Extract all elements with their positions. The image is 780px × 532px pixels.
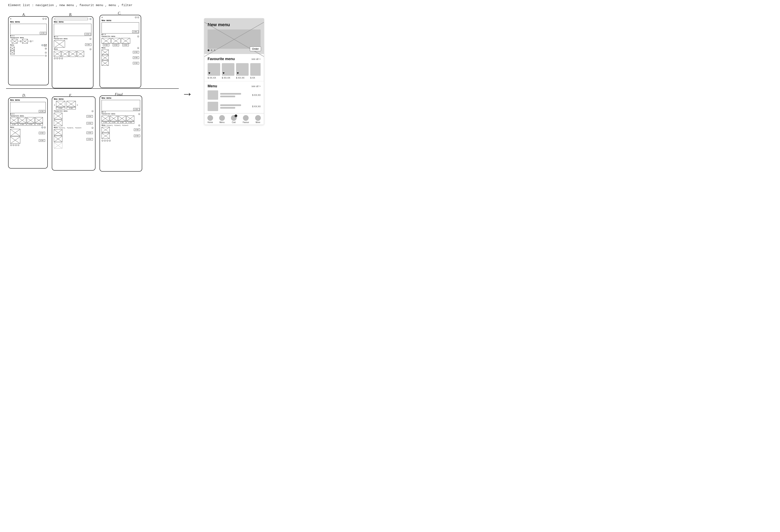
menu-title: Menu bbox=[208, 84, 217, 88]
fav-see-all[interactable]: see all > bbox=[251, 58, 260, 60]
more-icon bbox=[255, 115, 261, 121]
nav-more[interactable]: More bbox=[255, 115, 261, 123]
heart-icon-3[interactable]: ♥ bbox=[237, 71, 239, 75]
new-menu-image bbox=[208, 30, 260, 49]
nav-menu[interactable]: Menu bbox=[219, 115, 225, 123]
fav-item-4-price: $ XX bbox=[250, 76, 255, 79]
menu-item-1-image bbox=[208, 90, 218, 100]
nav-favour-label: Favour bbox=[243, 121, 249, 123]
variant-label-e: E. bbox=[69, 93, 72, 98]
fav-item-2-image: ♥ bbox=[222, 63, 234, 76]
menu-list: $ XX.XX $ XX.XX bbox=[208, 90, 260, 111]
arrow-icon: → bbox=[182, 87, 193, 100]
menu-header: Menu see all > bbox=[208, 84, 260, 88]
favour-icon bbox=[243, 115, 249, 121]
sketch-e: New menu < order order > Favourite menu … bbox=[52, 97, 95, 170]
nav-home[interactable]: Home bbox=[207, 115, 213, 123]
menu-line-2b bbox=[220, 107, 235, 109]
sketch-final: New menu order Favourite menu ✕ order bbox=[100, 96, 142, 172]
variant-label-a: A. bbox=[22, 13, 26, 17]
variant-label-d: D. bbox=[22, 93, 26, 98]
new-menu-title: New menu bbox=[208, 22, 260, 28]
menu-item-1-lines bbox=[220, 93, 250, 97]
fav-item-1[interactable]: ♥ $ XX.XX bbox=[208, 63, 220, 79]
nav-favour[interactable]: Favour bbox=[243, 115, 249, 123]
nav-more-label: More bbox=[256, 121, 260, 123]
sketch-b: 🔍 New menu order Favourite menu ✕ order bbox=[52, 16, 93, 88]
sketch-a-new-menu-label: New menu bbox=[10, 21, 47, 23]
menu-item-2-price: $ XX.XX bbox=[252, 105, 260, 108]
dot-2[interactable] bbox=[211, 49, 212, 51]
dot-3[interactable] bbox=[214, 49, 215, 51]
cart-badge: 1 bbox=[235, 114, 237, 117]
carousel-dots bbox=[208, 49, 215, 51]
fav-item-4-image bbox=[250, 63, 260, 76]
nav-home-label: Home bbox=[208, 121, 213, 123]
variant-label-b: B. bbox=[69, 13, 72, 17]
new-menu-section: New menu Order bbox=[204, 18, 264, 54]
fav-menu-title: Favourite menu bbox=[208, 57, 235, 61]
menu-section: Menu see all > $ XX.XX $ XX.XX bbox=[204, 81, 264, 113]
fav-items-row: ♥ $ XX.XX ♥ $ XX.XX ♥ $ XX.XX $ XX bbox=[208, 63, 260, 79]
heart-icon-2[interactable]: ♥ bbox=[223, 71, 225, 75]
image-placeholder-cross bbox=[208, 30, 260, 49]
menu-line-1b bbox=[220, 96, 235, 97]
sketch-c: ≡ ✕ ✕ New menu order Favourite menu ✕ bbox=[100, 15, 141, 88]
fav-item-2-price: $ XX.XX bbox=[222, 76, 230, 79]
fav-item-1-price: $ XX.XX bbox=[208, 76, 216, 79]
menu-icon bbox=[219, 115, 225, 121]
sketch-a: ≡ ✕ ✕ New menu order Favourite menu < ≡ … bbox=[8, 16, 49, 85]
menu-line-1a bbox=[220, 93, 241, 95]
final-mockup: New menu Order Favourite menu see all > … bbox=[204, 18, 264, 125]
menu-item-2-lines bbox=[220, 104, 250, 109]
variant-label-c: C. bbox=[118, 11, 121, 15]
menu-item-1-price: $ XX.XX bbox=[252, 94, 260, 96]
menu-see-all[interactable]: see all > bbox=[251, 85, 260, 88]
variant-label-final: Final bbox=[115, 92, 123, 97]
menu-item-2-image bbox=[208, 102, 218, 111]
fav-item-3-price: $ XX.XX bbox=[236, 76, 245, 79]
top-label: Element list : navigation , new menu , f… bbox=[8, 4, 133, 7]
favourite-menu-section: Favourite menu see all > ♥ $ XX.XX ♥ $ X… bbox=[204, 54, 264, 81]
cart-icon: 1 bbox=[231, 115, 237, 121]
divider bbox=[6, 88, 179, 89]
fav-item-3[interactable]: ♥ $ XX.XX bbox=[236, 63, 249, 79]
menu-item-1[interactable]: $ XX.XX bbox=[208, 90, 260, 100]
dot-1[interactable] bbox=[208, 49, 209, 51]
bottom-nav: Home Menu 1 Cart Favour More bbox=[204, 113, 264, 125]
fav-item-2[interactable]: ♥ $ XX.XX bbox=[222, 63, 234, 79]
menu-item-2[interactable]: $ XX.XX bbox=[208, 102, 260, 111]
fav-menu-header: Favourite menu see all > bbox=[208, 57, 260, 61]
nav-menu-label: Menu bbox=[220, 121, 225, 123]
nav-cart-label: Cart bbox=[232, 121, 236, 123]
heart-icon-1[interactable]: ♥ bbox=[208, 71, 210, 75]
fav-item-1-image: ♥ bbox=[208, 63, 220, 76]
sketch-d: New menu order Favourite menu order orde… bbox=[8, 98, 48, 168]
nav-cart[interactable]: 1 Cart bbox=[231, 115, 237, 123]
fav-item-4[interactable]: $ XX bbox=[250, 63, 260, 79]
home-icon bbox=[207, 115, 213, 121]
order-button[interactable]: Order bbox=[250, 47, 261, 51]
menu-line-2a bbox=[220, 104, 241, 106]
fav-item-3-image: ♥ bbox=[236, 63, 249, 76]
